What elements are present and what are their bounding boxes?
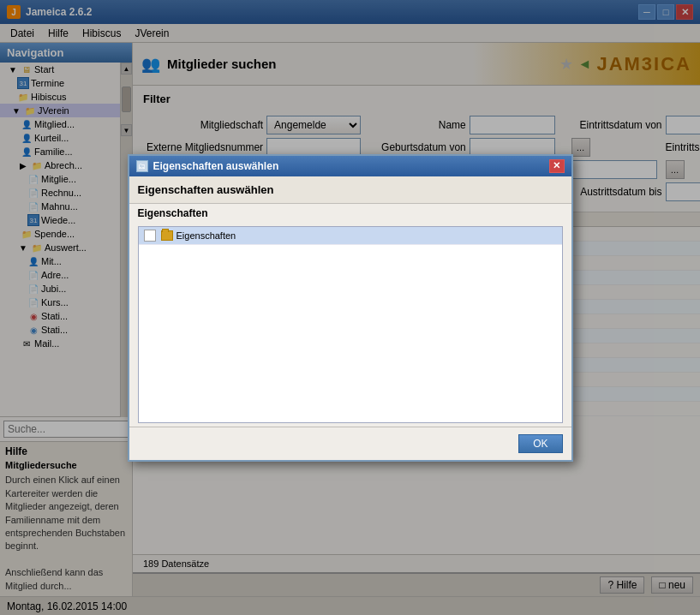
dialog-close-button[interactable]: ✕ (549, 159, 565, 173)
dialog-icon: 🗂 (136, 160, 148, 172)
dialog-title: Eigenschaften auswählen (153, 160, 279, 172)
property-folder-icon (161, 230, 173, 241)
eigenschaften-dialog: 🗂 Eigenschaften auswählen ✕ Eigenschafte… (128, 154, 573, 462)
dialog-titlebar: 🗂 Eigenschaften auswählen ✕ (129, 156, 571, 176)
properties-list[interactable]: Eigenschaften (138, 226, 563, 423)
dialog-overlay: 🗂 Eigenschaften auswählen ✕ Eigenschafte… (0, 0, 700, 615)
property-item[interactable]: Eigenschaften (139, 227, 562, 245)
dialog-titlebar-left: 🗂 Eigenschaften auswählen (136, 160, 279, 172)
ok-button[interactable]: OK (518, 434, 562, 453)
dialog-section-label: Eigenschaften (129, 204, 571, 223)
dialog-header: Eigenschaften auswählen (129, 176, 571, 204)
dialog-body: Eigenschaften (129, 223, 571, 427)
property-checkbox[interactable] (144, 230, 156, 242)
dialog-footer: OK (129, 427, 571, 460)
property-label: Eigenschaften (176, 230, 236, 241)
